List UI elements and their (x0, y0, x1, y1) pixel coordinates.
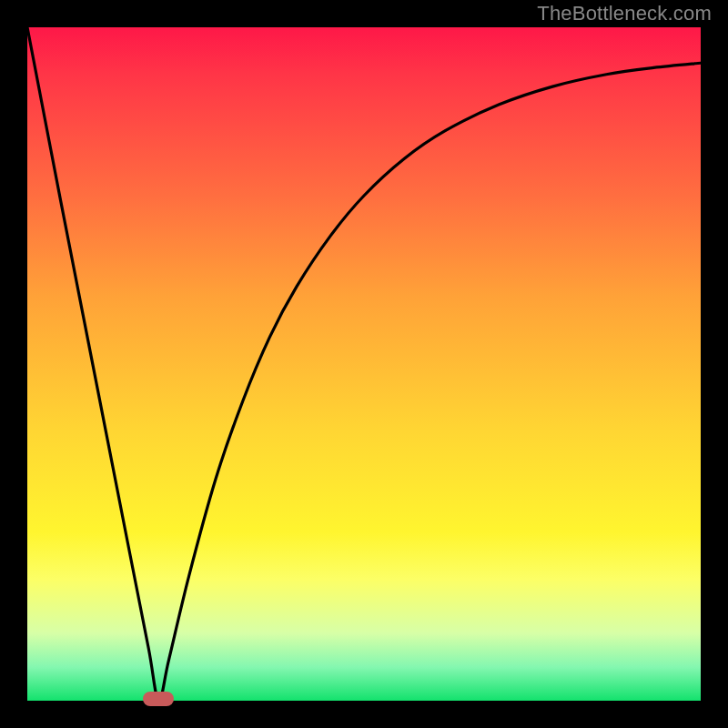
plot-area (27, 27, 701, 701)
curve-layer (27, 27, 701, 701)
chart-frame: TheBottleneck.com (0, 0, 728, 728)
optimal-marker (143, 692, 174, 706)
bottleneck-curve (27, 27, 701, 701)
watermark-text: TheBottleneck.com (537, 2, 712, 25)
